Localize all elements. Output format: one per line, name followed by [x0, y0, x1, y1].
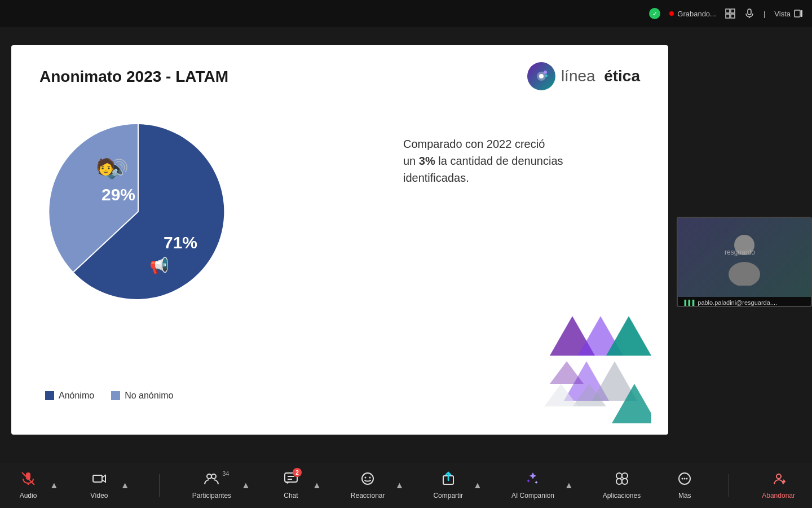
pie-chart-svg: 71% 📢 29% 🔊 🧑: [39, 113, 237, 310]
chat-label: Chat: [284, 492, 298, 500]
svg-rect-3: [731, 14, 735, 18]
svg-point-11: [545, 75, 548, 77]
svg-point-44: [616, 479, 622, 484]
speaker-name: pablo.paladini@resguarda....: [698, 299, 777, 306]
mic-status[interactable]: [744, 8, 754, 19]
video-icon: [92, 471, 107, 489]
svg-point-34: [211, 474, 216, 479]
svg-point-47: [682, 478, 683, 480]
svg-point-38: [362, 473, 373, 484]
chat-icon: 2: [284, 471, 298, 489]
description-text: Comparado con 2022 creció un 3% la canti…: [403, 135, 640, 186]
ai-group: AI Companion ▲: [506, 467, 576, 504]
divider-top: |: [764, 10, 765, 18]
svg-point-39: [365, 477, 367, 479]
grid-view-toggle[interactable]: [725, 8, 735, 19]
chat-chevron[interactable]: ▲: [310, 478, 324, 493]
apps-label: Aplicaciones: [603, 492, 641, 500]
ai-chevron[interactable]: ▲: [562, 478, 576, 493]
logo-light: línea: [561, 67, 595, 85]
participants-chevron[interactable]: ▲: [239, 478, 253, 493]
more-icon: [677, 471, 692, 489]
view-text: Vista: [774, 10, 791, 18]
desc-line4: identificadas.: [403, 172, 469, 184]
bottom-toolbar: Audio ▲ Vídeo ▲: [0, 463, 812, 508]
video-chevron[interactable]: ▲: [118, 478, 132, 493]
svg-rect-32: [93, 475, 102, 482]
svg-point-33: [207, 474, 211, 479]
svg-rect-4: [748, 9, 751, 15]
audio-group: Audio ▲: [11, 467, 61, 504]
slide-content: Anonimato 2023 - LATAM línea ética: [11, 45, 668, 435]
audio-button[interactable]: Audio: [11, 467, 45, 504]
logo-area: línea ética: [527, 62, 640, 90]
chat-button[interactable]: 2 Chat: [274, 467, 308, 504]
ai-label: AI Companion: [511, 492, 554, 500]
svg-point-10: [544, 71, 547, 74]
speaker-label: ▐▐▐ pablo.paladini@resguarda....: [678, 297, 811, 307]
ai-icon: [526, 471, 540, 489]
svg-point-27: [729, 262, 760, 286]
apps-icon: [615, 471, 629, 489]
svg-rect-0: [726, 9, 730, 13]
react-button[interactable]: Reaccionar: [345, 467, 391, 504]
divider-2: [729, 474, 729, 497]
svg-text:resguardo: resguardo: [725, 248, 755, 256]
share-button[interactable]: Compartir: [427, 467, 469, 504]
pct-29-label: 29%: [102, 185, 135, 204]
react-group: Reaccionar ▲: [345, 467, 407, 504]
chart-legend: Anónimo No anónimo: [45, 391, 173, 401]
logo-icon: [527, 62, 555, 90]
more-group: Más: [668, 467, 701, 504]
chat-badge: 2: [293, 468, 302, 477]
participants-icon: 34: [204, 471, 219, 489]
svg-point-42: [616, 473, 622, 479]
video-button[interactable]: Vídeo: [82, 467, 116, 504]
shield-status: ✓: [649, 8, 660, 19]
svg-point-43: [622, 473, 628, 479]
chat-group: 2 Chat ▲: [274, 467, 324, 504]
react-chevron[interactable]: ▲: [393, 478, 407, 493]
desc-line3: la cantidad de denuncias: [435, 155, 563, 167]
slide-area: Anonimato 2023 - LATAM línea ética: [11, 45, 668, 435]
leave-label: Abandonar: [762, 492, 795, 500]
legend-nonanonymous: No anónimo: [111, 391, 173, 401]
chart-wrapper: 71% 📢 29% 🔊 🧑: [39, 113, 310, 384]
audio-chevron[interactable]: ▲: [47, 478, 61, 493]
svg-point-50: [776, 474, 781, 479]
legend-color-anonymous: [45, 391, 54, 400]
svg-point-9: [539, 74, 544, 78]
svg-rect-6: [795, 10, 800, 17]
participants-button[interactable]: 34 Participantes: [187, 467, 237, 504]
ai-button[interactable]: AI Companion: [506, 467, 560, 504]
video-label: Vídeo: [90, 492, 108, 500]
more-label: Más: [678, 492, 691, 500]
svg-rect-7: [801, 10, 802, 17]
pct-71-label: 71%: [164, 233, 197, 252]
react-icon: [360, 471, 375, 489]
svg-rect-1: [731, 9, 735, 13]
view-label[interactable]: Vista: [774, 9, 803, 18]
leave-button[interactable]: Abandonar: [756, 467, 801, 504]
leave-group: Abandonar: [756, 467, 801, 504]
geo-decoration: [539, 310, 651, 423]
participants-group: 34 Participantes ▲: [187, 467, 253, 504]
logo-text: línea ética: [561, 67, 640, 85]
apps-button[interactable]: Aplicaciones: [597, 467, 646, 504]
desc-line1: Comparado con 2022 creció: [403, 138, 545, 150]
speaker-thumbnail: resguardo ▐▐▐ pablo.paladini@resguarda..…: [677, 217, 812, 307]
svg-rect-2: [726, 14, 730, 18]
share-chevron[interactable]: ▲: [471, 478, 484, 493]
more-button[interactable]: Más: [668, 467, 701, 504]
share-group: Compartir ▲: [427, 467, 484, 504]
divider-1: [159, 474, 160, 497]
audio-icon: [21, 471, 36, 489]
share-label: Compartir: [433, 492, 463, 500]
legend-anonymous-label: Anónimo: [59, 391, 94, 401]
signal-icon: ▐▐▐: [682, 300, 694, 306]
recording-status: Grabando...: [669, 10, 716, 18]
svg-marker-19: [606, 316, 651, 356]
desc-line2: un: [403, 155, 419, 167]
shield-icon: ✓: [649, 8, 660, 19]
apps-group: Aplicaciones: [597, 467, 646, 504]
